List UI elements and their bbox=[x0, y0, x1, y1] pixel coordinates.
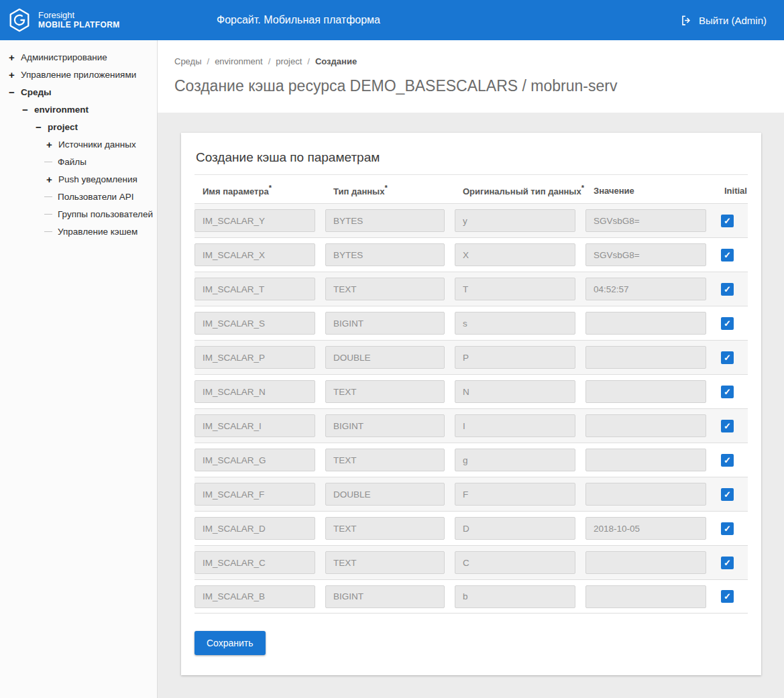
initial-checkbox[interactable]: ✓ bbox=[721, 488, 734, 501]
data-type-input bbox=[325, 380, 445, 403]
sidebar-item-push-notifications[interactable]: +Push уведомления bbox=[5, 170, 157, 188]
table-row: ✓ bbox=[194, 237, 748, 272]
table-row: ✓ bbox=[194, 203, 748, 237]
sidebar-item-api-users[interactable]: Пользователи API bbox=[5, 188, 157, 205]
column-header: Initial bbox=[716, 186, 748, 196]
table-row: ✓ bbox=[194, 477, 748, 511]
value-input bbox=[585, 209, 706, 232]
sidebar-item-label: Среды bbox=[21, 87, 52, 97]
sidebar-item-project[interactable]: −project bbox=[5, 118, 157, 135]
breadcrumb-separator: / bbox=[268, 56, 271, 66]
column-header: Оригинальный тип данных* bbox=[455, 184, 575, 196]
sidebar-item-files[interactable]: Файлы bbox=[5, 153, 157, 170]
breadcrumb: Среды/environment/project/Создание bbox=[174, 56, 767, 66]
data-type-input bbox=[325, 312, 445, 335]
table-row: ✓ bbox=[194, 545, 748, 579]
collapse-icon[interactable]: − bbox=[7, 86, 17, 98]
param-name-input bbox=[194, 278, 315, 300]
original-type-input bbox=[455, 449, 575, 471]
sidebar-item-label: Администрирование bbox=[21, 52, 107, 62]
collapse-icon[interactable]: − bbox=[34, 121, 44, 133]
value-input bbox=[585, 483, 706, 506]
value-input bbox=[585, 243, 706, 266]
sidebar-item-environment[interactable]: −environment bbox=[5, 101, 157, 118]
column-header: Значение bbox=[585, 186, 706, 196]
navigation-tree: +Администрирование+Управление приложения… bbox=[5, 48, 157, 240]
value-input bbox=[585, 380, 706, 403]
sidebar-item-data-sources[interactable]: +Источники данных bbox=[5, 135, 157, 153]
value-input bbox=[585, 278, 706, 300]
breadcrumb-item[interactable]: project bbox=[276, 56, 302, 66]
original-type-input bbox=[455, 414, 575, 437]
required-asterisk: * bbox=[269, 184, 272, 192]
expand-icon[interactable]: + bbox=[44, 139, 54, 150]
table-row: ✓ bbox=[194, 374, 748, 408]
table-row: ✓ bbox=[194, 306, 748, 340]
initial-checkbox[interactable]: ✓ bbox=[721, 249, 734, 261]
sidebar-item-user-groups[interactable]: Группы пользователей bbox=[5, 205, 157, 223]
initial-checkbox[interactable]: ✓ bbox=[721, 522, 734, 535]
brand: Foresight MOBILE PLATFORM bbox=[7, 7, 120, 33]
sidebar-item-label: Управление приложениями bbox=[21, 70, 136, 80]
original-type-input bbox=[455, 346, 575, 369]
initial-checkbox[interactable]: ✓ bbox=[721, 420, 734, 432]
data-type-input bbox=[325, 551, 445, 574]
tree-connector bbox=[44, 231, 52, 232]
param-name-input bbox=[194, 209, 315, 232]
initial-checkbox[interactable]: ✓ bbox=[721, 317, 734, 330]
sidebar-item-label: Push уведомления bbox=[58, 174, 137, 184]
sidebar-item-app-management[interactable]: +Управление приложениями bbox=[5, 66, 157, 83]
value-input bbox=[585, 517, 706, 540]
sidebar: +Администрирование+Управление приложения… bbox=[0, 40, 158, 698]
original-type-input bbox=[455, 551, 575, 574]
breadcrumb-item[interactable]: environment bbox=[215, 56, 263, 66]
tree-connector bbox=[44, 162, 52, 162]
sidebar-item-label: project bbox=[48, 122, 78, 132]
tree-connector bbox=[44, 196, 52, 197]
brand-name: Foresight bbox=[38, 11, 120, 21]
initial-checkbox[interactable]: ✓ bbox=[721, 351, 734, 364]
initial-checkbox[interactable]: ✓ bbox=[721, 454, 734, 467]
initial-checkbox[interactable]: ✓ bbox=[721, 386, 734, 398]
param-name-input bbox=[194, 585, 315, 608]
breadcrumb-item[interactable]: Среды bbox=[174, 56, 202, 66]
data-type-input bbox=[325, 278, 445, 300]
initial-checkbox[interactable]: ✓ bbox=[721, 590, 734, 603]
table-row: ✓ bbox=[194, 579, 748, 614]
save-button[interactable]: Сохранить bbox=[194, 631, 266, 655]
value-input bbox=[585, 551, 706, 574]
value-input bbox=[585, 346, 706, 369]
card-title: Создание кэша по параметрам bbox=[194, 148, 748, 175]
sidebar-item-administration[interactable]: +Администрирование bbox=[5, 48, 157, 66]
param-name-input bbox=[194, 449, 315, 471]
original-type-input bbox=[455, 483, 575, 506]
main-content: Среды/environment/project/Создание Созда… bbox=[158, 40, 784, 698]
sidebar-item-label: Пользователи API bbox=[58, 192, 134, 202]
initial-checkbox[interactable]: ✓ bbox=[721, 283, 734, 296]
value-input bbox=[585, 449, 706, 471]
expand-icon[interactable]: + bbox=[7, 52, 17, 63]
sidebar-item-label: Файлы bbox=[58, 157, 87, 167]
brand-text: Foresight MOBILE PLATFORM bbox=[38, 11, 120, 30]
expand-icon[interactable]: + bbox=[7, 69, 17, 80]
logout-label: Выйти (Admin) bbox=[699, 15, 767, 26]
initial-checkbox[interactable]: ✓ bbox=[721, 557, 734, 569]
initial-checkbox[interactable]: ✓ bbox=[721, 215, 734, 227]
original-type-input bbox=[455, 380, 575, 403]
logout-button[interactable]: Выйти (Admin) bbox=[680, 14, 767, 27]
original-type-input bbox=[455, 243, 575, 266]
sidebar-item-environments[interactable]: −Среды bbox=[5, 83, 157, 101]
original-type-input bbox=[455, 585, 575, 608]
param-name-input bbox=[194, 483, 315, 506]
page-title: Создание кэша ресурса DEMO_BASESCALARS /… bbox=[174, 77, 767, 95]
sidebar-item-cache-management[interactable]: Управление кэшем bbox=[5, 223, 157, 240]
tree-connector bbox=[44, 214, 52, 215]
expand-icon[interactable]: + bbox=[44, 174, 54, 185]
original-type-input bbox=[455, 517, 575, 540]
required-asterisk: * bbox=[384, 184, 387, 192]
brand-subtitle: MOBILE PLATFORM bbox=[38, 21, 120, 30]
collapse-icon[interactable]: − bbox=[20, 104, 30, 115]
value-input bbox=[585, 585, 706, 608]
data-type-input bbox=[325, 243, 445, 266]
param-name-input bbox=[194, 346, 315, 369]
